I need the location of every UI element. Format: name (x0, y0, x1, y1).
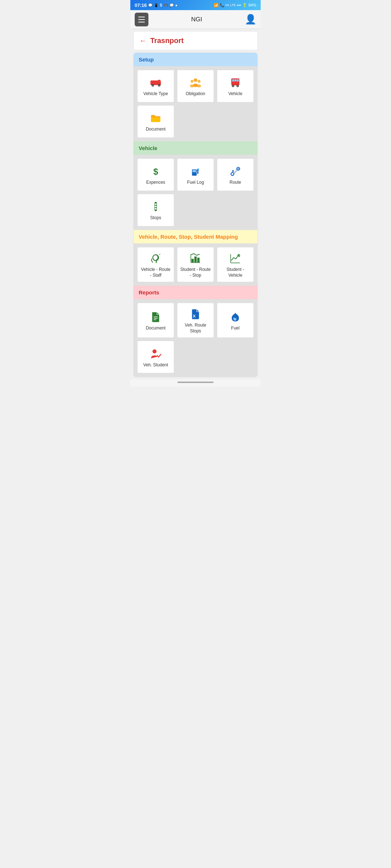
bus-icon (230, 77, 241, 88)
veh-student-item[interactable]: Veh. Student (137, 341, 174, 373)
vehicle-item[interactable]: Vehicle (217, 70, 254, 102)
svg-rect-0 (151, 81, 159, 85)
section-header-setup: Setup (134, 53, 257, 66)
vehicle-grid: $ Expences Fuel Log Route (134, 155, 257, 230)
expenses-item[interactable]: $ Expences (137, 158, 174, 191)
reports-grid: Document X Veh. Route Stops Fuel Veh (134, 299, 257, 377)
svg-rect-24 (196, 171, 197, 171)
menu-button[interactable] (135, 13, 148, 26)
status-time: 07:16 💬 📱 S 🎮 💬 ● (135, 3, 177, 8)
chart-line-icon (230, 252, 241, 264)
oil-icon (230, 311, 241, 323)
student-vehicle-item[interactable]: Student - Vehicle (217, 247, 254, 282)
student-vehicle-label: Student - Vehicle (219, 267, 251, 278)
svg-point-12 (197, 85, 201, 88)
student-route-stop-label: Student - Route - Stop (180, 267, 211, 278)
report-document-item[interactable]: Document (137, 303, 174, 338)
svg-rect-41 (194, 256, 197, 262)
svg-point-6 (159, 85, 160, 86)
student-route-stop-item[interactable]: Student - Route - Stop (177, 247, 214, 282)
vehicle-route-staff-item[interactable]: Vehicle - Route - Staff (137, 247, 174, 282)
profile-button[interactable]: 👤 (245, 14, 256, 25)
svg-point-20 (237, 85, 238, 86)
report-document-label: Document (146, 326, 166, 331)
stops-item[interactable]: Stops (137, 194, 174, 226)
svg-point-9 (190, 80, 193, 83)
hearing-icon (150, 252, 161, 264)
svg-point-10 (190, 85, 194, 88)
svg-marker-2 (158, 80, 161, 82)
svg-point-27 (197, 169, 199, 170)
vehicle-type-label: Vehicle Type (143, 91, 168, 97)
doc-excel-icon: X (190, 308, 201, 320)
dollar-icon: $ (150, 165, 161, 177)
svg-rect-16 (237, 79, 239, 81)
svg-rect-42 (197, 258, 199, 262)
veh-student-label: Veh. Student (143, 362, 168, 368)
svg-line-38 (159, 254, 160, 255)
veh-route-stops-label: Veh. Route Stops (180, 323, 211, 334)
svg-point-50 (152, 349, 156, 353)
stops-icon (150, 201, 161, 212)
top-bar: NGI 👤 (130, 10, 261, 29)
route-item[interactable]: Route (217, 158, 254, 191)
home-indicator (177, 382, 214, 383)
fuel-log-item[interactable]: Fuel Log (177, 158, 214, 191)
route-label: Route (230, 180, 241, 186)
section-header-reports: Reports (134, 286, 257, 299)
svg-point-33 (155, 203, 157, 205)
app-title: NGI (191, 16, 202, 23)
route-icon (230, 165, 241, 177)
svg-rect-14 (232, 79, 234, 81)
fuel-log-label: Fuel Log (187, 180, 204, 186)
obligation-label: Obligation (186, 91, 205, 97)
section-header-vehicle: Vehicle (134, 141, 257, 155)
svg-point-37 (156, 262, 157, 263)
obligation-item[interactable]: Obligation (177, 70, 214, 102)
mapping-grid: Vehicle - Route - Staff Student - Route … (134, 243, 257, 286)
svg-rect-23 (193, 170, 196, 172)
svg-point-31 (232, 170, 234, 172)
svg-rect-15 (235, 79, 237, 81)
svg-point-30 (237, 168, 239, 169)
svg-text:X: X (193, 314, 196, 318)
svg-point-18 (232, 85, 234, 86)
setup-grid: Vehicle Type Obligation (134, 66, 257, 141)
status-bar: 07:16 💬 📱 S 🎮 💬 ● 📶 📞 Vo LTE ▪▪▪ 🔋 94% (130, 0, 261, 10)
time-display: 07:16 (135, 3, 147, 8)
svg-text:$: $ (154, 167, 159, 176)
person-check-icon (150, 348, 161, 359)
battery-level: 94% (248, 3, 256, 7)
svg-point-34 (155, 206, 157, 208)
page-header: ← Trasnport (133, 31, 258, 50)
fuel-report-item[interactable]: Fuel (217, 303, 254, 338)
fuel-report-label: Fuel (231, 326, 239, 331)
svg-point-28 (231, 173, 234, 175)
section-header-mapping: Vehicle, Route, Stop, Student Mapping (134, 230, 257, 243)
main-card: Setup Vehicle Type O (133, 52, 258, 377)
page-title: Trasnport (150, 37, 184, 45)
veh-route-stops-item[interactable]: X Veh. Route Stops (177, 303, 214, 338)
svg-rect-25 (197, 170, 198, 174)
chart-bar-icon (190, 252, 201, 264)
stops-label: Stops (150, 215, 161, 221)
svg-point-35 (155, 208, 157, 210)
folder-icon (150, 112, 161, 124)
svg-point-4 (152, 85, 153, 86)
document-setup-label: Document (146, 127, 166, 132)
expenses-label: Expences (146, 180, 165, 186)
vehicle-label: Vehicle (228, 91, 243, 97)
doc-green-icon (150, 311, 161, 323)
svg-rect-39 (191, 262, 200, 263)
vehicle-route-staff-label: Vehicle - Route - Staff (140, 267, 172, 278)
svg-point-7 (194, 78, 197, 82)
document-setup-item[interactable]: Document (137, 105, 174, 138)
bottom-nav-bar (130, 379, 261, 387)
fuel-icon (190, 165, 201, 177)
svg-point-11 (198, 80, 201, 83)
status-indicators: 📶 📞 Vo LTE ▪▪▪ 🔋 94% (214, 3, 256, 8)
svg-rect-40 (192, 259, 194, 263)
back-button[interactable]: ← (139, 37, 147, 45)
vehicle-type-item[interactable]: Vehicle Type (137, 70, 174, 102)
truck-icon (150, 77, 161, 88)
